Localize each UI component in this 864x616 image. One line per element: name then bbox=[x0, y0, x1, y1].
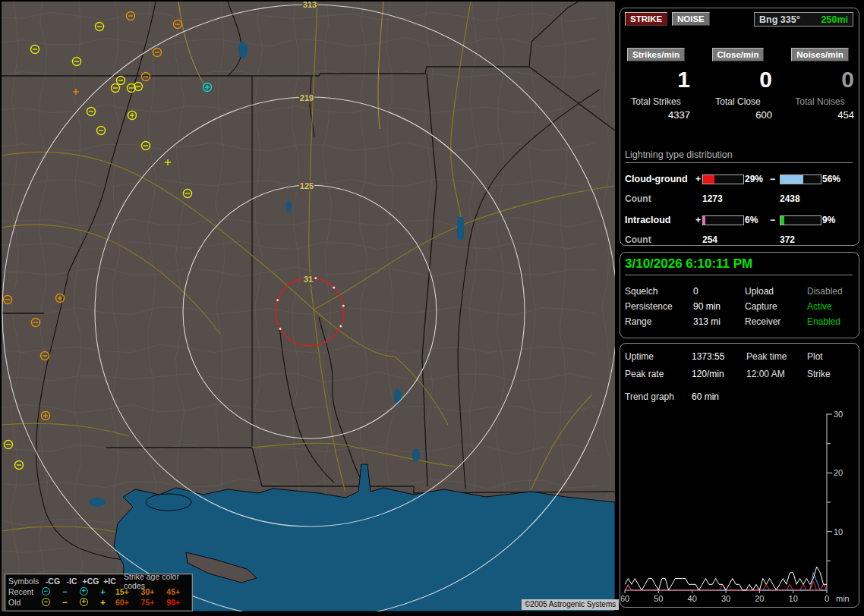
bearing-range-badge[interactable]: Bng 335° 250mi bbox=[754, 12, 853, 27]
total-close-value: 600 bbox=[704, 109, 772, 121]
trend-y-tick: 30 bbox=[834, 410, 843, 419]
peak-rate-value: 120/min bbox=[692, 369, 724, 379]
strike-mode-button[interactable]: STRIKE bbox=[625, 12, 667, 26]
receiver-label: Receiver bbox=[745, 316, 780, 327]
symbols-legend: Symbols -CG -IC +CG +IC Strike age color… bbox=[5, 574, 193, 611]
trend-graph: 1020306050403020100min bbox=[621, 407, 859, 606]
plot-type-value: Strike bbox=[807, 369, 831, 379]
legend-old-label: Old bbox=[8, 598, 36, 607]
copyright-label: ©2005 Astrogenic Systems bbox=[522, 599, 619, 610]
total-close-label: Total Close bbox=[704, 96, 772, 107]
strikes-per-min-value: 1 bbox=[622, 68, 690, 92]
legend-old-row: Old 60+ 75+ 90+ bbox=[8, 597, 189, 608]
cg-plus-bar bbox=[702, 174, 744, 184]
close-per-min-label[interactable]: Close/min bbox=[712, 48, 765, 61]
trend-y-tick: 20 bbox=[834, 468, 843, 477]
noises-per-min-value: 0 bbox=[786, 68, 854, 92]
legend-recent-label: Recent bbox=[8, 587, 36, 596]
cloud-ground-label: Cloud-ground bbox=[625, 174, 688, 184]
ring-distance-label: 219 bbox=[300, 93, 314, 102]
count-label: Count bbox=[625, 193, 651, 204]
ic-minus-count: 372 bbox=[780, 234, 795, 245]
trend-series-strikes bbox=[625, 567, 827, 590]
noises-column: Noises/min 0 Total Noises 454 bbox=[786, 48, 854, 121]
map-canvas[interactable]: 31321912531 bbox=[2, 2, 615, 611]
persistence-value: 90 min bbox=[693, 301, 721, 312]
squelch-label: Squelch bbox=[625, 286, 657, 297]
ic-plus-count: 254 bbox=[702, 234, 717, 245]
age-90: 90+ bbox=[163, 598, 189, 607]
datetime-display: 3/10/2026 6:10:11 PM bbox=[625, 256, 853, 275]
trend-x-tick: 30 bbox=[721, 594, 730, 603]
capture-state: Active bbox=[807, 301, 832, 312]
legend-col-pos-ic: +IC bbox=[100, 577, 119, 586]
plus-sign: + bbox=[695, 174, 701, 184]
legend-header-row: Symbols -CG -IC +CG +IC Strike age color… bbox=[8, 576, 189, 586]
age-45: 45+ bbox=[163, 587, 189, 596]
minus-sign: − bbox=[770, 215, 775, 225]
total-noises-label: Total Noises bbox=[786, 96, 854, 107]
cg-minus-pct: 56% bbox=[822, 174, 840, 184]
status-panel: 3/10/2026 6:10:11 PM Squelch 0 Upload Di… bbox=[620, 252, 859, 338]
trend-x-unit: min bbox=[836, 594, 850, 603]
peak-rate-label: Peak rate bbox=[625, 369, 664, 379]
trend-y-tick: 10 bbox=[834, 527, 843, 536]
noises-per-min-label[interactable]: Noises/min bbox=[791, 48, 848, 61]
plus-sign: + bbox=[695, 215, 701, 225]
circle-minus-icon bbox=[36, 587, 55, 596]
uptime-label: Uptime bbox=[625, 351, 654, 362]
plus-icon bbox=[93, 598, 112, 607]
circle-minus-icon bbox=[36, 598, 55, 607]
legend-recent-row: Recent 15+ 30+ 45+ bbox=[8, 586, 189, 597]
ic-minus-bar bbox=[780, 215, 821, 225]
cg-plus-count: 1273 bbox=[702, 193, 723, 204]
trend-graph-label: Trend graph bbox=[625, 391, 674, 402]
strikes-per-min-label[interactable]: Strikes/min bbox=[627, 48, 685, 61]
trend-x-tick: 60 bbox=[621, 594, 629, 603]
legend-recent-symbols bbox=[36, 587, 112, 596]
peak-time-value: 12:00 AM bbox=[746, 369, 785, 379]
cg-minus-bar bbox=[780, 174, 821, 184]
trend-series-close bbox=[625, 581, 827, 590]
minus-sign: − bbox=[770, 174, 775, 184]
stats-panel: Uptime 1373:55 Peak time Plot Peak rate … bbox=[620, 343, 859, 608]
trend-x-tick: 50 bbox=[654, 594, 663, 603]
cloud-ground-row: Cloud-ground + 29% − 56% bbox=[620, 174, 860, 184]
legend-col-pos-cg: +CG bbox=[81, 577, 100, 586]
plot-label: Plot bbox=[807, 351, 823, 362]
total-strikes-label: Total Strikes bbox=[622, 96, 690, 107]
cg-minus-count: 2438 bbox=[780, 193, 800, 204]
legend-symbols-label: Symbols bbox=[8, 577, 43, 586]
range-label: Range bbox=[625, 316, 651, 327]
trend-series-noises bbox=[625, 573, 827, 590]
trend-x-tick: 0 bbox=[825, 594, 829, 603]
total-strikes-value: 4337 bbox=[622, 109, 690, 121]
ic-plus-pct: 6% bbox=[745, 215, 758, 225]
squelch-value: 0 bbox=[693, 286, 698, 297]
minus-icon bbox=[55, 598, 74, 607]
app-window: 31321912531 Symbols -CG -IC +CG +IC Stri… bbox=[0, 0, 864, 616]
peak-time-label: Peak time bbox=[746, 351, 787, 362]
circle-plus-icon bbox=[74, 587, 93, 596]
distribution-title: Lightning type distribution bbox=[625, 149, 853, 163]
age-60: 60+ bbox=[112, 598, 138, 607]
capture-label: Capture bbox=[745, 301, 777, 312]
legend-old-symbols bbox=[36, 598, 112, 607]
noise-mode-button[interactable]: NOISE bbox=[672, 12, 710, 26]
lightning-map[interactable]: 31321912531 Symbols -CG -IC +CG +IC Stri… bbox=[2, 2, 615, 611]
trend-x-tick: 10 bbox=[789, 594, 798, 603]
ring-distance-label: 31 bbox=[304, 275, 313, 284]
close-column: Close/min 0 Total Close 600 bbox=[704, 48, 772, 121]
ic-minus-pct: 9% bbox=[822, 215, 835, 225]
age-15: 15+ bbox=[112, 587, 138, 596]
range-value: 250mi bbox=[821, 14, 848, 25]
ring-distance-label: 125 bbox=[300, 181, 314, 190]
upload-label: Upload bbox=[745, 286, 774, 297]
upload-state: Disabled bbox=[807, 286, 843, 297]
persistence-label: Persistence bbox=[625, 301, 673, 312]
bearing-value: Bng 335° bbox=[759, 14, 800, 25]
close-per-min-value: 0 bbox=[704, 68, 772, 92]
strikes-column: Strikes/min 1 Total Strikes 4337 bbox=[622, 48, 690, 121]
minus-icon bbox=[55, 587, 74, 596]
plus-icon bbox=[93, 587, 112, 596]
